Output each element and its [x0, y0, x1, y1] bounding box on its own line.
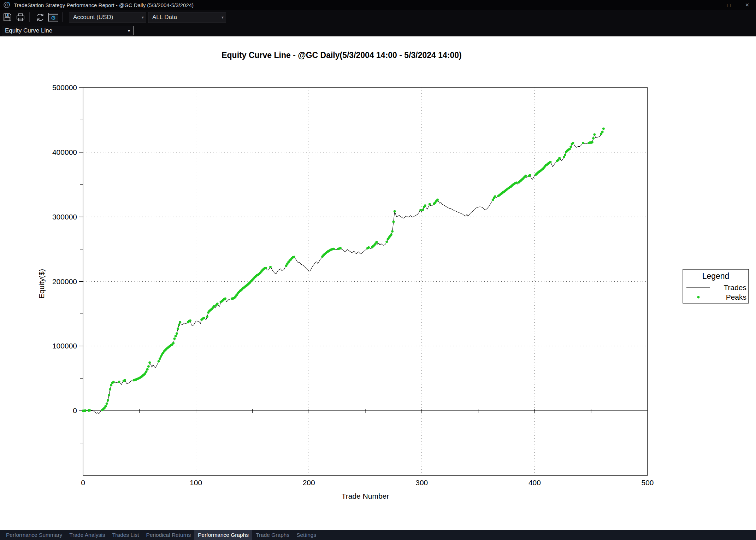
peak-dot [147, 365, 150, 368]
peak-dot [106, 403, 108, 405]
y-axis-tick-label: 500000 [52, 83, 77, 92]
peak-dot [158, 360, 160, 363]
peak-dot [216, 303, 219, 305]
peak-dot [572, 142, 574, 144]
settings-window-icon: ⚙ [48, 13, 58, 22]
peak-dot [124, 379, 126, 382]
peak-dot [515, 181, 518, 184]
peak-dot [148, 362, 151, 364]
maximize-button[interactable]: □ [726, 2, 732, 8]
peak-dot [146, 368, 149, 371]
peak-dot [159, 358, 161, 360]
peak-dot [269, 266, 272, 268]
y-axis-tick-label: 0 [73, 406, 77, 415]
tab-settings[interactable]: Settings [293, 530, 320, 540]
y-axis-tick-label: 200000 [52, 277, 77, 286]
graph-type-dropdown[interactable]: Equity Curve Line ▾ [2, 26, 134, 35]
tab-trade-graphs[interactable]: Trade Graphs [252, 530, 293, 540]
peak-dot [332, 248, 335, 250]
peak-dot [84, 409, 87, 412]
window-controls: □ × [726, 0, 750, 10]
equity-curve-chart: 0100000200000300000400000500000010020030… [0, 36, 756, 530]
peak-dot [108, 394, 110, 397]
peak-dot [419, 209, 422, 211]
peak-dot [172, 342, 175, 345]
y-axis-title: Equity($) [37, 269, 46, 299]
peak-dot [339, 247, 342, 250]
data-range-dropdown[interactable]: ALL Data ▾ [148, 12, 226, 23]
gear-icon: ⚙ [51, 15, 56, 21]
peak-dot [385, 241, 388, 243]
peak-dot [224, 298, 226, 300]
peak-dot [213, 305, 215, 308]
peak-dot [429, 203, 431, 206]
peak-dot [392, 221, 395, 223]
peak-dot [391, 230, 394, 233]
x-axis-title: Trade Number [342, 492, 389, 500]
graph-selector-row: Equity Curve Line ▾ [0, 25, 756, 36]
plot-border [83, 88, 648, 475]
peak-dot [118, 381, 120, 383]
peak-dot [582, 142, 584, 144]
tab-periodical-returns[interactable]: Periodical Returns [143, 530, 195, 540]
equity-curve-chart-panel: 0100000200000300000400000500000010020030… [0, 36, 756, 530]
peak-dot [265, 267, 267, 269]
peak-dot [89, 409, 91, 412]
peak-dot [591, 141, 593, 143]
legend-peaks-label: Peaks [726, 293, 746, 301]
toolbar: ⚙ Account (USD) ▾ ALL Data ▾ [0, 10, 756, 25]
legend-trades-label: Trades [723, 283, 746, 292]
refresh-icon [37, 14, 43, 16]
chevron-down-icon: ▾ [125, 28, 130, 33]
peak-dot [145, 370, 148, 373]
tradestation-performance-report-window: TradeStation Strategy Performance Report… [0, 0, 756, 540]
peak-dot [177, 328, 179, 330]
x-axis-tick-label: 400 [528, 479, 541, 487]
title-bar: TradeStation Strategy Performance Report… [0, 0, 756, 10]
save-button[interactable] [2, 12, 13, 23]
peak-dot [422, 209, 424, 211]
peak-dot [564, 154, 566, 156]
peak-dot [176, 332, 178, 335]
peak-dot [390, 234, 392, 236]
account-dropdown-value: Account (USD) [73, 14, 113, 21]
peak-dot [524, 175, 527, 177]
legend-title: Legend [702, 271, 730, 281]
peak-dot [173, 338, 176, 340]
print-icon [18, 14, 23, 16]
peak-dot [203, 317, 205, 319]
peak-dot [436, 199, 439, 201]
peak-dot [105, 405, 107, 407]
legend-peaks-sample-dot [697, 296, 700, 299]
peak-dot [109, 388, 111, 391]
print-button[interactable] [15, 12, 26, 23]
tab-performance-summary[interactable]: Performance Summary [2, 530, 66, 540]
peak-dot [563, 156, 565, 158]
chevron-down-icon: ▾ [139, 15, 144, 20]
peak-dot [293, 256, 295, 258]
y-axis-tick-label: 300000 [52, 213, 77, 221]
chevron-down-icon: ▾ [219, 15, 224, 20]
tab-trades-list[interactable]: Trades List [108, 530, 142, 540]
tab-trade-analysis[interactable]: Trade Analysis [66, 530, 108, 540]
settings-button[interactable]: ⚙ [48, 12, 59, 23]
data-range-dropdown-value: ALL Data [152, 14, 177, 21]
legend: LegendTradesPeaks [683, 269, 749, 303]
peak-dot [206, 316, 208, 318]
x-axis-tick-label: 500 [641, 479, 654, 487]
x-axis-tick-label: 0 [81, 479, 85, 487]
peak-dot [602, 128, 605, 130]
x-axis-tick-label: 200 [303, 479, 315, 487]
peak-dot [112, 381, 115, 383]
peak-dot [494, 195, 496, 198]
peak-dot [179, 321, 182, 323]
tab-performance-graphs[interactable]: Performance Graphs [194, 530, 252, 540]
refresh-button[interactable] [35, 12, 46, 23]
peak-dot [178, 324, 180, 326]
peak-dot [107, 399, 109, 402]
graph-type-dropdown-value: Equity Curve Line [5, 27, 52, 34]
close-button[interactable]: × [744, 1, 750, 9]
bottom-tab-bar: Performance SummaryTrade AnalysisTrades … [0, 530, 756, 540]
account-dropdown[interactable]: Account (USD) ▾ [69, 12, 146, 23]
peak-dot [592, 137, 595, 140]
